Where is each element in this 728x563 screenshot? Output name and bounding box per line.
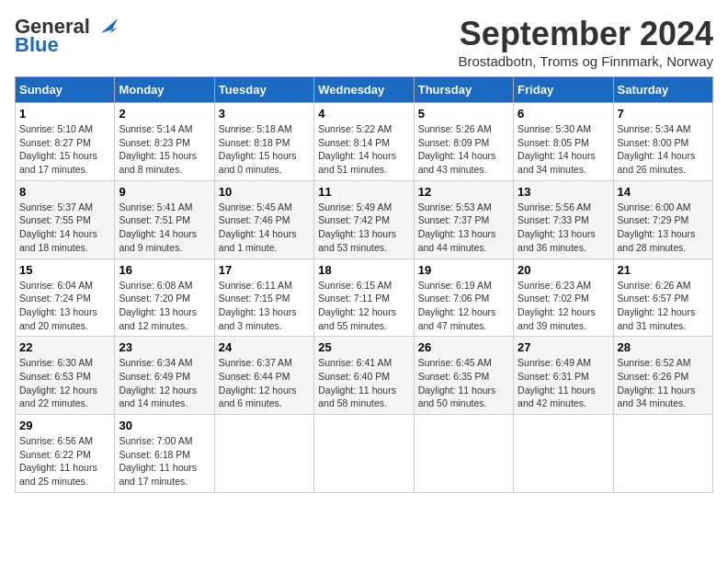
day-number: 23 <box>119 340 210 354</box>
calendar-header-row: SundayMondayTuesdayWednesdayThursdayFrid… <box>16 77 713 103</box>
day-info: Sunrise: 6:26 AM Sunset: 6:57 PM Dayligh… <box>618 279 709 333</box>
calendar-day-cell: 1Sunrise: 5:10 AM Sunset: 8:27 PM Daylig… <box>16 103 115 181</box>
calendar-day-cell: 24Sunrise: 6:37 AM Sunset: 6:44 PM Dayli… <box>214 337 313 415</box>
calendar-day-cell: 13Sunrise: 5:56 AM Sunset: 7:33 PM Dayli… <box>514 180 613 259</box>
month-title: September 2024 <box>458 15 713 53</box>
calendar-day-cell: 29Sunrise: 6:56 AM Sunset: 6:22 PM Dayli… <box>16 415 115 493</box>
calendar-day-cell: 17Sunrise: 6:11 AM Sunset: 7:15 PM Dayli… <box>214 259 313 337</box>
weekday-header: Thursday <box>414 77 513 103</box>
calendar-day-cell: 26Sunrise: 6:45 AM Sunset: 6:35 PM Dayli… <box>414 337 513 415</box>
day-number: 20 <box>518 263 609 277</box>
day-number: 12 <box>418 185 509 199</box>
weekday-header: Monday <box>115 77 214 103</box>
day-number: 11 <box>318 185 409 199</box>
day-info: Sunrise: 7:00 AM Sunset: 6:18 PM Dayligh… <box>119 434 210 488</box>
day-info: Sunrise: 6:15 AM Sunset: 7:11 PM Dayligh… <box>318 279 409 333</box>
day-info: Sunrise: 6:19 AM Sunset: 7:06 PM Dayligh… <box>418 279 509 333</box>
day-info: Sunrise: 6:45 AM Sunset: 6:35 PM Dayligh… <box>418 356 509 410</box>
day-info: Sunrise: 6:41 AM Sunset: 6:40 PM Dayligh… <box>318 356 409 410</box>
day-info: Sunrise: 5:45 AM Sunset: 7:46 PM Dayligh… <box>219 201 310 255</box>
svg-marker-0 <box>101 18 118 33</box>
weekday-header: Wednesday <box>314 77 414 103</box>
day-number: 26 <box>418 340 509 354</box>
calendar-day-cell: 7Sunrise: 5:34 AM Sunset: 8:00 PM Daylig… <box>613 103 712 181</box>
day-number: 5 <box>418 107 509 121</box>
day-info: Sunrise: 5:53 AM Sunset: 7:37 PM Dayligh… <box>418 201 509 255</box>
calendar-day-cell: 2Sunrise: 5:14 AM Sunset: 8:23 PM Daylig… <box>115 103 214 181</box>
day-info: Sunrise: 5:49 AM Sunset: 7:42 PM Dayligh… <box>318 201 409 255</box>
day-number: 16 <box>119 263 210 277</box>
day-number: 4 <box>318 107 409 121</box>
calendar-week-row: 15Sunrise: 6:04 AM Sunset: 7:24 PM Dayli… <box>16 259 713 337</box>
title-block: September 2024 Brostadbotn, Troms og Fin… <box>458 15 713 69</box>
calendar-week-row: 22Sunrise: 6:30 AM Sunset: 6:53 PM Dayli… <box>16 337 713 415</box>
day-number: 19 <box>418 263 509 277</box>
day-number: 30 <box>119 419 210 432</box>
calendar-day-cell: 15Sunrise: 6:04 AM Sunset: 7:24 PM Dayli… <box>16 259 115 337</box>
calendar-day-cell: 16Sunrise: 6:08 AM Sunset: 7:20 PM Dayli… <box>115 259 214 337</box>
day-number: 14 <box>618 185 709 199</box>
day-number: 1 <box>19 107 110 121</box>
calendar-day-cell <box>613 415 712 493</box>
day-info: Sunrise: 5:37 AM Sunset: 7:55 PM Dayligh… <box>19 201 110 255</box>
logo-bird-icon <box>92 15 119 39</box>
page-header: General Blue September 2024 Brostadbotn,… <box>15 15 713 69</box>
calendar-day-cell: 10Sunrise: 5:45 AM Sunset: 7:46 PM Dayli… <box>214 180 313 259</box>
calendar-week-row: 1Sunrise: 5:10 AM Sunset: 8:27 PM Daylig… <box>16 103 713 181</box>
calendar-day-cell <box>314 415 414 493</box>
day-info: Sunrise: 6:00 AM Sunset: 7:29 PM Dayligh… <box>618 201 709 255</box>
calendar-day-cell: 27Sunrise: 6:49 AM Sunset: 6:31 PM Dayli… <box>514 337 613 415</box>
day-info: Sunrise: 6:34 AM Sunset: 6:49 PM Dayligh… <box>119 356 210 410</box>
calendar-day-cell: 18Sunrise: 6:15 AM Sunset: 7:11 PM Dayli… <box>314 259 414 337</box>
day-number: 22 <box>19 340 110 354</box>
day-info: Sunrise: 6:08 AM Sunset: 7:20 PM Dayligh… <box>119 279 210 333</box>
calendar-day-cell: 19Sunrise: 6:19 AM Sunset: 7:06 PM Dayli… <box>414 259 513 337</box>
day-info: Sunrise: 5:10 AM Sunset: 8:27 PM Dayligh… <box>19 122 110 177</box>
calendar-day-cell: 12Sunrise: 5:53 AM Sunset: 7:37 PM Dayli… <box>414 180 513 259</box>
calendar-day-cell: 14Sunrise: 6:00 AM Sunset: 7:29 PM Dayli… <box>613 180 712 259</box>
day-number: 7 <box>618 107 709 121</box>
day-number: 28 <box>618 340 709 354</box>
calendar-day-cell <box>414 415 513 493</box>
day-info: Sunrise: 5:14 AM Sunset: 8:23 PM Dayligh… <box>119 122 210 177</box>
day-info: Sunrise: 5:22 AM Sunset: 8:14 PM Dayligh… <box>318 122 409 177</box>
calendar-day-cell: 21Sunrise: 6:26 AM Sunset: 6:57 PM Dayli… <box>613 259 712 337</box>
calendar-day-cell: 8Sunrise: 5:37 AM Sunset: 7:55 PM Daylig… <box>16 180 115 259</box>
day-info: Sunrise: 5:56 AM Sunset: 7:33 PM Dayligh… <box>518 201 609 255</box>
calendar-day-cell: 20Sunrise: 6:23 AM Sunset: 7:02 PM Dayli… <box>514 259 613 337</box>
day-number: 21 <box>618 263 709 277</box>
day-info: Sunrise: 5:26 AM Sunset: 8:09 PM Dayligh… <box>418 122 509 177</box>
calendar-day-cell: 11Sunrise: 5:49 AM Sunset: 7:42 PM Dayli… <box>314 180 414 259</box>
day-number: 17 <box>219 263 310 277</box>
calendar-day-cell: 5Sunrise: 5:26 AM Sunset: 8:09 PM Daylig… <box>414 103 513 181</box>
day-number: 8 <box>19 185 110 199</box>
calendar-day-cell: 4Sunrise: 5:22 AM Sunset: 8:14 PM Daylig… <box>314 103 414 181</box>
day-number: 10 <box>219 185 310 199</box>
calendar-week-row: 8Sunrise: 5:37 AM Sunset: 7:55 PM Daylig… <box>16 180 713 259</box>
calendar: SundayMondayTuesdayWednesdayThursdayFrid… <box>15 76 713 493</box>
calendar-day-cell: 3Sunrise: 5:18 AM Sunset: 8:18 PM Daylig… <box>214 103 313 181</box>
day-number: 29 <box>19 419 110 432</box>
calendar-day-cell <box>514 415 613 493</box>
calendar-day-cell: 25Sunrise: 6:41 AM Sunset: 6:40 PM Dayli… <box>314 337 414 415</box>
day-info: Sunrise: 6:56 AM Sunset: 6:22 PM Dayligh… <box>19 434 110 488</box>
calendar-week-row: 29Sunrise: 6:56 AM Sunset: 6:22 PM Dayli… <box>16 415 713 493</box>
day-info: Sunrise: 6:37 AM Sunset: 6:44 PM Dayligh… <box>219 356 310 410</box>
day-number: 25 <box>318 340 409 354</box>
day-number: 18 <box>318 263 409 277</box>
day-number: 27 <box>518 340 609 354</box>
calendar-day-cell: 28Sunrise: 6:52 AM Sunset: 6:26 PM Dayli… <box>613 337 712 415</box>
weekday-header: Saturday <box>613 77 712 103</box>
calendar-day-cell: 9Sunrise: 5:41 AM Sunset: 7:51 PM Daylig… <box>115 180 214 259</box>
day-info: Sunrise: 5:34 AM Sunset: 8:00 PM Dayligh… <box>618 122 709 177</box>
weekday-header: Sunday <box>16 77 115 103</box>
day-number: 24 <box>219 340 310 354</box>
day-info: Sunrise: 6:04 AM Sunset: 7:24 PM Dayligh… <box>19 279 110 333</box>
day-info: Sunrise: 6:23 AM Sunset: 7:02 PM Dayligh… <box>518 279 609 333</box>
day-number: 2 <box>119 107 210 121</box>
day-info: Sunrise: 6:30 AM Sunset: 6:53 PM Dayligh… <box>19 356 110 410</box>
day-info: Sunrise: 5:18 AM Sunset: 8:18 PM Dayligh… <box>219 122 310 177</box>
day-info: Sunrise: 6:11 AM Sunset: 7:15 PM Dayligh… <box>219 279 310 333</box>
calendar-day-cell: 6Sunrise: 5:30 AM Sunset: 8:05 PM Daylig… <box>514 103 613 181</box>
subtitle: Brostadbotn, Troms og Finnmark, Norway <box>458 53 713 69</box>
